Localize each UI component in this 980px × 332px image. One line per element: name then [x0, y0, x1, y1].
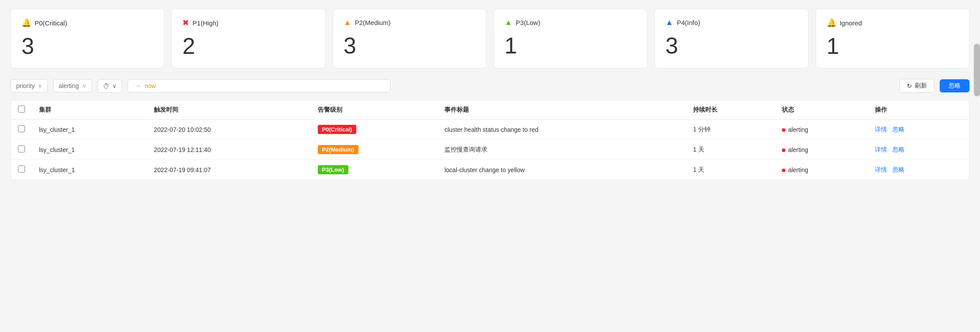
cell-actions-2: 详情 忽略	[868, 160, 969, 180]
ignore-link-1[interactable]: 忽略	[892, 146, 905, 153]
col-header-2: 触发时间	[147, 100, 310, 120]
arrow-icon: →	[135, 82, 141, 89]
cell-actions-0: 详情 忽略	[868, 120, 969, 140]
ignore-button[interactable]: 忽略	[940, 79, 969, 92]
detail-link-1[interactable]: 详情	[875, 146, 887, 153]
cell-status-2: alerting	[775, 160, 868, 180]
summary-card-p2[interactable]: ▲ P2(Medium) 3	[333, 9, 486, 68]
card-count-ignored: 1	[827, 35, 959, 57]
card-title-p2: ▲ P2(Medium)	[344, 18, 476, 27]
ignore-link-2[interactable]: 忽略	[892, 166, 905, 173]
ignore-label: 忽略	[948, 82, 961, 89]
detail-link-2[interactable]: 详情	[875, 166, 887, 173]
card-icon-p1: ✖	[182, 18, 189, 28]
table-row: lsy_cluster_12022-07-20 10:02:50P0(Criti…	[11, 120, 969, 140]
card-title-p3: ▲ P3(Low)	[504, 18, 636, 27]
card-title-ignored: 🔔 Ignored	[827, 18, 959, 28]
cell-status-1: alerting	[775, 140, 868, 160]
col-header-6: 状态	[775, 100, 868, 120]
status-filter-label: alerting	[59, 82, 79, 89]
summary-card-p3[interactable]: ▲ P3(Low) 1	[494, 9, 647, 68]
card-icon-ignored: 🔔	[827, 18, 836, 28]
ignore-link-0[interactable]: 忽略	[892, 126, 905, 133]
status-dot-1	[782, 148, 785, 152]
table-body: lsy_cluster_12022-07-20 10:02:50P0(Criti…	[11, 120, 969, 180]
time-range-box[interactable]: → now	[128, 79, 391, 92]
card-label-p1: P1(High)	[192, 19, 218, 27]
cell-actions-1: 详情 忽略	[868, 140, 969, 160]
checkbox-0[interactable]	[18, 125, 25, 132]
card-icon-p3: ▲	[504, 18, 512, 27]
table-header-row: 集群触发时间告警级别事件标题持续时长状态操作	[11, 100, 969, 120]
card-label-p0: P0(Critical)	[35, 19, 67, 27]
status-dot-0	[782, 128, 785, 132]
col-header-3: 告警级别	[311, 100, 438, 120]
clock-icon: ⏱	[103, 82, 110, 90]
cell-status-0: alerting	[775, 120, 868, 140]
summary-card-ignored[interactable]: 🔔 Ignored 1	[816, 9, 969, 68]
card-label-ignored: Ignored	[840, 19, 862, 27]
summary-cards: 🔔 P0(Critical) 3 ✖ P1(High) 2 ▲ P2(Mediu…	[11, 9, 969, 68]
col-header-7: 操作	[868, 100, 969, 120]
cell-time-2: 2022-07-19 09:41:07	[147, 160, 310, 180]
card-count-p2: 3	[344, 34, 476, 57]
summary-card-p1[interactable]: ✖ P1(High) 2	[171, 9, 325, 68]
status-text-2: alerting	[788, 166, 808, 173]
priority-badge-0: P0(Critical)	[318, 125, 357, 134]
status-filter[interactable]: alerting ∨	[53, 79, 92, 92]
cell-cluster-1: lsy_cluster_1	[32, 140, 147, 160]
scrollbar[interactable]	[974, 44, 980, 96]
table-row: lsy_cluster_12022-07-19 12:11:40P2(Mediu…	[11, 140, 969, 160]
filter-bar: priority ∨ alerting ∨ ⏱ ∨ → now ↻ 刷新 忽略	[11, 79, 969, 93]
summary-card-p4[interactable]: ▲ P4(Info) 3	[654, 9, 808, 68]
status-text-0: alerting	[788, 126, 808, 133]
checkbox-2[interactable]	[18, 166, 25, 173]
row-checkbox-1[interactable]	[11, 140, 32, 160]
cell-cluster-2: lsy_cluster_1	[32, 160, 147, 180]
refresh-label: 刷新	[915, 82, 927, 90]
cell-cluster-0: lsy_cluster_1	[32, 120, 147, 140]
cell-title-2: local-cluster change to yellow	[437, 160, 686, 180]
summary-card-p0[interactable]: 🔔 P0(Critical) 3	[11, 9, 164, 68]
cell-duration-2: 1 天	[686, 160, 775, 180]
card-title-p1: ✖ P1(High)	[182, 18, 314, 28]
card-count-p3: 1	[504, 34, 636, 57]
cell-time-1: 2022-07-19 12:11:40	[147, 140, 310, 160]
detail-link-0[interactable]: 详情	[875, 126, 887, 133]
card-title-p0: 🔔 P0(Critical)	[21, 18, 153, 28]
alert-table: 集群触发时间告警级别事件标题持续时长状态操作 lsy_cluster_12022…	[11, 100, 969, 180]
priority-chevron-icon: ∨	[38, 83, 42, 89]
status-dot-2	[782, 169, 785, 172]
priority-badge-2: P3(Low)	[318, 165, 349, 174]
cell-priority-1: P2(Medium)	[311, 140, 438, 160]
refresh-button[interactable]: ↻ 刷新	[899, 79, 934, 93]
checkbox-1[interactable]	[18, 145, 25, 152]
page-container: 🔔 P0(Critical) 3 ✖ P1(High) 2 ▲ P2(Mediu…	[0, 0, 980, 189]
row-checkbox-0[interactable]	[11, 120, 32, 140]
cell-duration-0: 1 分钟	[686, 120, 775, 140]
refresh-icon: ↻	[907, 82, 912, 89]
status-text-1: alerting	[788, 146, 808, 153]
card-title-p4: ▲ P4(Info)	[665, 18, 797, 27]
time-filter[interactable]: ⏱ ∨	[97, 79, 122, 93]
table-row: lsy_cluster_12022-07-19 09:41:07P3(Low)l…	[11, 160, 969, 180]
cell-priority-0: P0(Critical)	[311, 120, 438, 140]
priority-badge-1: P2(Medium)	[318, 145, 359, 154]
cell-duration-1: 1 天	[686, 140, 775, 160]
priority-filter[interactable]: priority ∨	[11, 79, 48, 92]
card-icon-p4: ▲	[665, 18, 673, 27]
cell-priority-2: P3(Low)	[311, 160, 438, 180]
status-chevron-icon: ∨	[82, 83, 86, 89]
card-label-p2: P2(Medium)	[355, 19, 391, 26]
col-header-0	[11, 100, 32, 120]
col-header-5: 持续时长	[686, 100, 775, 120]
cell-time-0: 2022-07-20 10:02:50	[147, 120, 310, 140]
row-checkbox-2[interactable]	[11, 160, 32, 180]
time-range-now: now	[145, 82, 156, 89]
card-label-p4: P4(Info)	[677, 19, 700, 26]
priority-filter-label: priority	[16, 82, 35, 89]
col-header-1: 集群	[32, 100, 147, 120]
select-all-checkbox[interactable]	[18, 106, 25, 113]
card-count-p4: 3	[665, 34, 797, 57]
cell-title-1: 监控慢查询请求	[437, 140, 686, 160]
